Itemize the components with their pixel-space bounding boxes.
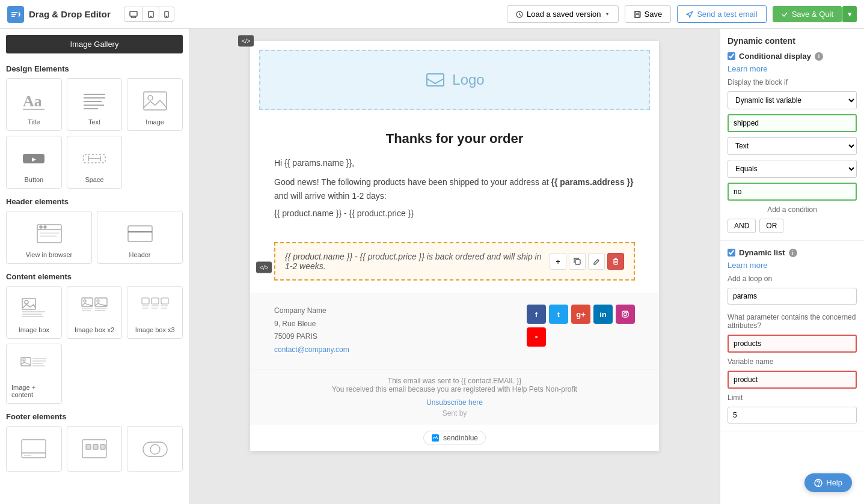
content-elements-heading: Content elements <box>6 272 183 281</box>
element-button[interactable]: ▶ Button <box>6 136 62 189</box>
svg-point-84 <box>627 312 628 312</box>
help-btn[interactable]: Help <box>804 473 852 492</box>
conditional-display-info-icon[interactable]: i <box>815 52 823 61</box>
limit-input[interactable] <box>728 407 857 424</box>
svg-marker-3 <box>19 11 20 18</box>
svg-point-35 <box>44 226 46 228</box>
help-label: Help <box>826 478 842 487</box>
svg-rect-1 <box>11 14 16 15</box>
text-select[interactable]: Text <box>728 137 857 155</box>
block-delete-btn[interactable] <box>607 253 624 270</box>
element-header-label: Header <box>129 251 150 258</box>
social-row-1: f t g+ in <box>527 305 635 324</box>
svg-rect-54 <box>152 298 159 304</box>
dynamic-content-section: Dynamic content Conditional display i Le… <box>720 29 864 241</box>
block-add-btn[interactable]: + <box>550 253 566 270</box>
tablet-view-btn[interactable] <box>143 7 159 21</box>
svg-point-83 <box>624 313 627 316</box>
device-switcher <box>124 7 174 22</box>
googleplus-icon[interactable]: g+ <box>571 305 590 324</box>
conditional-display-checkbox[interactable] <box>728 52 735 60</box>
reason-text: You received this email because you are … <box>274 385 635 393</box>
image-box-x3-icon <box>137 294 173 324</box>
footer-email[interactable]: contact@company.com <box>274 345 349 354</box>
image-gallery-btn[interactable]: Image Gallery <box>6 35 183 53</box>
display-block-if-label: Display the block if <box>728 78 857 87</box>
element-text[interactable]: Text <box>67 78 123 131</box>
view-browser-icon <box>31 219 67 249</box>
save-quit-dropdown-btn[interactable]: ▾ <box>842 6 857 22</box>
element-image-box-label: Image box <box>19 326 49 333</box>
code-toggle-btn-2[interactable]: </> <box>256 262 272 273</box>
unsubscribe-link[interactable]: Unsubscribe here <box>426 398 483 407</box>
what-param-label: What parameter contains the concerned at… <box>728 313 857 330</box>
linkedin-icon[interactable]: in <box>593 305 613 324</box>
svg-point-50 <box>97 300 99 302</box>
load-saved-version-btn[interactable]: Load a saved version <box>507 5 619 23</box>
svg-point-41 <box>25 300 28 304</box>
save-quit-group: Save & Quit ▾ <box>773 6 857 22</box>
svg-marker-16 <box>687 11 693 17</box>
svg-rect-74 <box>100 445 105 449</box>
facebook-icon[interactable]: f <box>527 305 546 324</box>
save-quit-btn[interactable]: Save & Quit <box>773 6 842 22</box>
conditional-display-text: Conditional display <box>739 52 811 61</box>
social-icons: f t g+ in <box>527 305 635 347</box>
desktop-view-btn[interactable] <box>124 7 143 21</box>
learn-more-link-2[interactable]: Learn more <box>728 261 857 270</box>
products-input[interactable] <box>728 335 857 353</box>
svg-point-63 <box>23 359 25 361</box>
social-row-2 <box>527 327 635 347</box>
title-icon: Aa <box>16 86 52 116</box>
header-elements-grid: View in browser Header <box>6 211 183 264</box>
element-title[interactable]: Aa Title <box>6 78 62 131</box>
learn-more-link-1[interactable]: Learn more <box>728 64 857 73</box>
svg-point-89 <box>818 485 819 485</box>
element-footer-2[interactable] <box>67 426 123 472</box>
or-btn[interactable]: OR <box>759 219 783 233</box>
svg-rect-40 <box>22 299 35 309</box>
element-header[interactable]: Header <box>97 211 183 264</box>
product-input[interactable] <box>728 371 857 389</box>
element-footer-1[interactable] <box>6 426 62 472</box>
svg-point-25 <box>148 96 153 100</box>
svg-text:▶: ▶ <box>32 156 36 162</box>
svg-point-76 <box>150 445 160 454</box>
instagram-icon[interactable] <box>616 305 635 324</box>
svg-rect-38 <box>128 226 152 241</box>
equals-select[interactable]: Equals <box>728 160 857 178</box>
logo-text: Logo <box>452 71 484 88</box>
element-image[interactable]: Image <box>127 78 183 131</box>
element-image-content[interactable]: Image + content <box>6 344 62 404</box>
email-body: Thanks for your order Hi {{ params.name … <box>250 119 659 236</box>
image-box-icon <box>16 294 52 324</box>
logo-block: Logo <box>259 50 650 110</box>
element-image-box-x2[interactable]: Image box x2 <box>67 286 123 339</box>
save-btn[interactable]: Save <box>625 5 672 23</box>
element-footer-3[interactable] <box>127 426 183 472</box>
shipped-value-input[interactable] <box>728 114 857 132</box>
code-toggle-btn-1[interactable]: </> <box>238 35 254 47</box>
block-edit-btn[interactable] <box>588 253 605 270</box>
element-title-label: Title <box>28 118 40 126</box>
youtube-icon[interactable] <box>527 327 546 347</box>
street: 9, Rue Bleue <box>274 318 349 331</box>
element-button-label: Button <box>24 176 43 183</box>
twitter-icon[interactable]: t <box>549 305 568 324</box>
dynamic-list-checkbox[interactable] <box>728 249 735 257</box>
element-image-box-x3[interactable]: Image box x3 <box>127 286 183 339</box>
element-space[interactable]: Space <box>67 136 123 189</box>
backordered-text: {{ product.name }} - {{ product.price }}… <box>285 252 550 271</box>
element-image-box[interactable]: Image box <box>6 286 62 339</box>
block-copy-btn[interactable] <box>569 253 586 270</box>
element-view-browser[interactable]: View in browser <box>6 211 92 264</box>
send-test-email-btn[interactable]: Send a test email <box>677 5 766 23</box>
no-value-input[interactable] <box>728 183 857 201</box>
and-btn[interactable]: AND <box>728 219 756 233</box>
button-icon: ▶ <box>16 144 52 174</box>
dynamic-list-info-icon[interactable]: i <box>789 249 797 257</box>
params-input[interactable] <box>728 288 857 305</box>
dynamic-list-variable-select[interactable]: Dynamic list variable <box>728 91 857 109</box>
mobile-view-btn[interactable] <box>159 7 174 21</box>
product-line: {{ product.name }} - {{ product.price }} <box>274 208 635 218</box>
